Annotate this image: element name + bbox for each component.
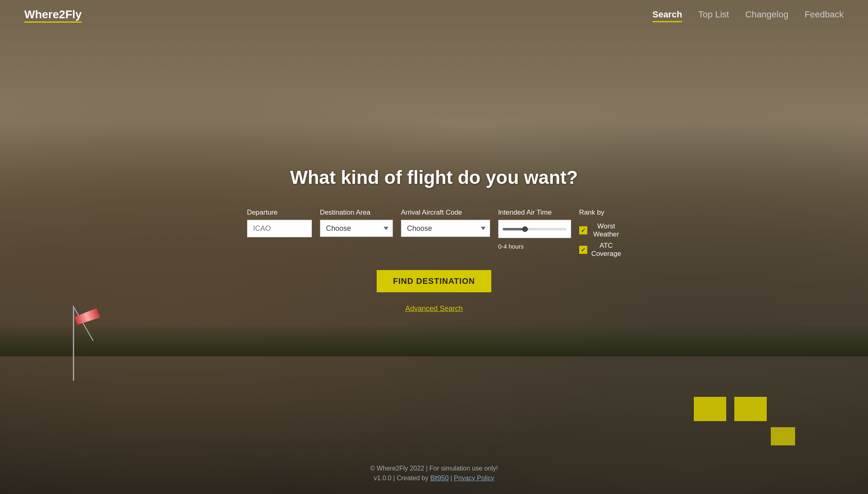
nav-search[interactable]: Search <box>653 9 682 20</box>
airtime-label: Intended Air Time <box>498 209 552 217</box>
nav-toplist[interactable]: Top List <box>698 9 729 20</box>
rankby-worst-weather-label: Worst Weather <box>591 222 621 238</box>
footer-privacy-link[interactable]: Privacy Policy <box>454 475 495 481</box>
submit-row: FIND DESTINATION <box>252 270 616 300</box>
departure-group: Departure <box>247 209 312 237</box>
footer-separator: | <box>450 475 454 481</box>
checkbox-atc-coverage[interactable]: ✓ <box>579 246 587 254</box>
airtime-range-label: 0-4 hours <box>498 243 524 250</box>
navbar: Where2Fly Search Top List Changelog Feed… <box>0 0 868 29</box>
checkbox-atc-coverage-check: ✓ <box>581 247 586 253</box>
runway-markers-decoration <box>694 397 767 421</box>
advanced-search-link[interactable]: Advanced Search <box>405 304 463 313</box>
checkbox-worst-weather[interactable]: ✓ <box>579 226 587 234</box>
windsock-decoration <box>73 308 74 381</box>
main-content: What kind of flight do you want? Departu… <box>252 166 616 313</box>
rankby-atc-coverage[interactable]: ✓ ATC Coverage <box>579 242 621 258</box>
slider-track <box>503 228 567 230</box>
nav-changelog[interactable]: Changelog <box>745 9 788 20</box>
destination-select[interactable]: Choose Europe North America South Americ… <box>320 220 393 237</box>
find-destination-button[interactable]: FIND DESTINATION <box>377 270 491 292</box>
aircraft-label: Arrival Aircraft Code <box>401 209 462 217</box>
departure-label: Departure <box>247 209 278 217</box>
hero-title: What kind of flight do you want? <box>252 166 616 188</box>
footer-version: v1.0.0 | Created by <box>374 475 430 481</box>
rankby-worst-weather[interactable]: ✓ Worst Weather <box>579 222 621 238</box>
rankby-group: Rank by ✓ Worst Weather ✓ ATC Coverage <box>579 209 621 258</box>
destination-label: Destination Area <box>320 209 371 217</box>
airtime-group: Intended Air Time 0-4 hours <box>498 209 571 250</box>
aircraft-group: Arrival Aircraft Code Choose A320 B737 C… <box>401 209 490 237</box>
treeline-decoration <box>0 324 868 356</box>
airtime-slider-container <box>498 220 571 238</box>
destination-group: Destination Area Choose Europe North Ame… <box>320 209 393 237</box>
rankby-label: Rank by <box>579 209 604 217</box>
runway-marker-sm-decoration <box>771 427 795 445</box>
nav-links: Search Top List Changelog Feedback <box>653 9 844 20</box>
footer-links: v1.0.0 | Created by Blt950 | Privacy Pol… <box>0 475 868 482</box>
logo[interactable]: Where2Fly <box>24 8 82 21</box>
footer-copyright: © Where2Fly 2022 | For simulation use on… <box>0 465 868 472</box>
departure-input[interactable] <box>247 220 312 237</box>
slider-thumb[interactable] <box>522 226 528 232</box>
nav-feedback[interactable]: Feedback <box>804 9 844 20</box>
footer-author-link[interactable]: Blt950 <box>430 475 448 481</box>
aircraft-select[interactable]: Choose A320 B737 C172 B747 A380 <box>401 220 490 237</box>
rankby-options: ✓ Worst Weather ✓ ATC Coverage <box>579 222 621 258</box>
rankby-atc-coverage-label: ATC Coverage <box>591 242 621 258</box>
checkbox-worst-weather-check: ✓ <box>581 227 586 234</box>
search-form: Departure Destination Area Choose Europe… <box>252 209 616 258</box>
footer: © Where2Fly 2022 | For simulation use on… <box>0 465 868 482</box>
